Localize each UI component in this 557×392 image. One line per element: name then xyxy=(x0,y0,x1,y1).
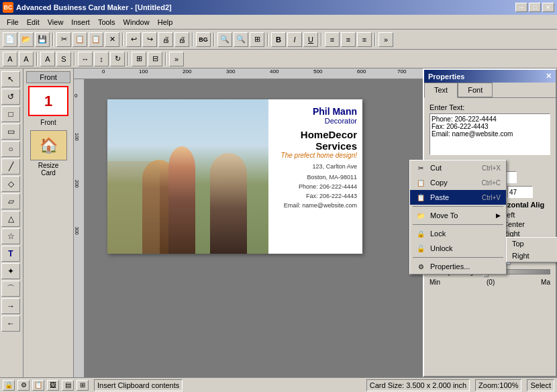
ctx-paste[interactable]: 📋 Paste Ctrl+V xyxy=(410,190,506,205)
rect-tool[interactable]: □ xyxy=(1,106,20,122)
paste-button[interactable]: 📋 xyxy=(89,32,103,47)
more-button[interactable]: » xyxy=(378,32,393,47)
window-controls: ─ □ ✕ xyxy=(515,3,554,12)
star-tool[interactable]: ☆ xyxy=(1,228,20,244)
minimize-button[interactable]: ─ xyxy=(515,3,527,12)
copy-icon: 📋 xyxy=(415,177,426,188)
ctx-separator-1 xyxy=(413,206,503,207)
card-phone: Phone: 206-222-4444 xyxy=(274,183,357,190)
cut-icon: ✂ xyxy=(415,162,426,173)
triangle-tool[interactable]: △ xyxy=(1,211,20,227)
print-button[interactable]: 🖨 xyxy=(158,32,173,47)
menu-help[interactable]: Help xyxy=(154,17,177,28)
align-center[interactable]: ≡ xyxy=(341,32,356,47)
app-title: Advanced Business Card Maker - [Untitled… xyxy=(16,3,172,11)
status-icon-4[interactable]: 🖼 xyxy=(47,380,59,391)
font-size-up[interactable]: A xyxy=(19,52,34,66)
color-button[interactable]: A xyxy=(40,52,55,66)
diamond-tool[interactable]: ◇ xyxy=(1,176,20,192)
max-label: Ma xyxy=(541,279,550,286)
menu-edit[interactable]: Edit xyxy=(23,17,44,28)
enter-text-field[interactable]: Phone: 206-222-4444 Fax: 206-222-4443 Em… xyxy=(429,113,550,155)
print-preview[interactable]: 🖨 xyxy=(174,32,189,47)
card-image xyxy=(107,99,282,254)
bold-button[interactable]: B xyxy=(271,32,286,47)
new-button[interactable]: 📄 xyxy=(3,32,17,47)
ctx-properties[interactable]: ⚙ Properties... xyxy=(410,259,506,274)
front-card-thumb[interactable]: 1 xyxy=(28,86,68,116)
resize-card-thumb[interactable]: 🏠 xyxy=(30,130,67,160)
more-button2[interactable]: » xyxy=(169,52,184,66)
ellipse-tool[interactable]: ○ xyxy=(1,141,20,157)
save-button[interactable]: 💾 xyxy=(35,32,50,47)
rotate-tool[interactable]: ↺ xyxy=(1,89,20,105)
shadow-button[interactable]: S xyxy=(56,52,71,66)
menu-insert[interactable]: Insert xyxy=(67,17,94,28)
card-company: HomeDecor Services xyxy=(274,129,357,152)
flip-v[interactable]: ↕ xyxy=(94,52,109,66)
card-address1: 123, Carlton Ave xyxy=(274,163,357,170)
text-tool[interactable]: T xyxy=(1,246,20,262)
status-icon-5[interactable]: ▤ xyxy=(62,380,74,391)
align-left[interactable]: ≡ xyxy=(325,32,340,47)
copy-button[interactable]: 📋 xyxy=(72,32,87,47)
lock-icon: 🔒 xyxy=(415,228,426,239)
close-button[interactable]: ✕ xyxy=(542,3,554,12)
rounded-rect-tool[interactable]: ▭ xyxy=(1,124,20,140)
ctx-lock[interactable]: 🔒 Lock xyxy=(410,226,506,241)
select-tool[interactable]: ↖ xyxy=(1,71,20,87)
card-text-area: Phil Mann Decorator HomeDecor Services T… xyxy=(268,99,362,254)
card-panel: Front 1 Front 🏠 ResizeCard xyxy=(23,68,74,377)
flip-h[interactable]: ↔ xyxy=(78,52,93,66)
properties-close[interactable]: ✕ xyxy=(546,72,552,81)
toolbar-2: A A A S ↔ ↕ ↻ ⊞ ⊟ » xyxy=(0,50,557,68)
ctx-moveto[interactable]: 📁 Move To ▶ xyxy=(410,208,506,223)
italic-button[interactable]: I xyxy=(287,32,302,47)
status-icon-1[interactable]: 🔒 xyxy=(3,380,15,391)
line-tool[interactable]: ╱ xyxy=(1,158,20,175)
zoom-fit[interactable]: ⊞ xyxy=(250,32,264,47)
card-number: 1 xyxy=(44,93,52,110)
maximize-button[interactable]: □ xyxy=(529,3,541,12)
ctx-cut[interactable]: ✂ Cut Ctrl+X xyxy=(410,160,506,175)
sun-tool[interactable]: ✦ xyxy=(1,263,20,279)
status-icons: 🔒 ⚙ 📋 🖼 ▤ ⊞ xyxy=(3,380,89,391)
zoom-out[interactable]: 🔍 xyxy=(234,32,248,47)
arrow-right-tool[interactable]: → xyxy=(1,298,20,314)
menu-tools[interactable]: Tools xyxy=(94,17,119,28)
ctx-copy[interactable]: 📋 Copy Ctrl+C xyxy=(410,175,506,190)
arrow-left-tool[interactable]: ← xyxy=(1,315,20,332)
undo-button[interactable]: ↩ xyxy=(126,32,141,47)
group-button[interactable]: ⊞ xyxy=(132,52,146,66)
submenu-right[interactable]: Right xyxy=(507,250,557,262)
delete-button[interactable]: ✕ xyxy=(105,32,119,47)
rotate-button[interactable]: ↻ xyxy=(110,52,125,66)
font-size-down[interactable]: A xyxy=(3,52,17,66)
menu-file[interactable]: File xyxy=(3,17,23,28)
status-icon-3[interactable]: 📋 xyxy=(32,380,44,391)
arc-tool[interactable]: ⌒ xyxy=(1,281,20,297)
height-field[interactable] xyxy=(507,186,533,198)
tab-font[interactable]: Font xyxy=(458,83,493,97)
ctx-unlock[interactable]: 🔓 Unlock xyxy=(410,241,506,256)
business-card: Phil Mann Decorator HomeDecor Services T… xyxy=(107,99,362,254)
menu-window[interactable]: Window xyxy=(119,17,154,28)
status-icon-6[interactable]: ⊞ xyxy=(77,380,89,391)
submenu-top[interactable]: Top xyxy=(507,238,557,250)
redo-button[interactable]: ↪ xyxy=(142,32,157,47)
parallelogram-tool[interactable]: ▱ xyxy=(1,193,20,209)
align-right[interactable]: ≡ xyxy=(357,32,372,47)
underline-button[interactable]: U xyxy=(303,32,318,47)
tab-text[interactable]: Text xyxy=(424,83,458,98)
cut-button[interactable]: ✂ xyxy=(56,32,71,47)
card-email: Email: name@website.com xyxy=(274,202,357,209)
ctx-separator-3 xyxy=(413,257,503,258)
menu-view[interactable]: View xyxy=(44,17,68,28)
open-button[interactable]: 📂 xyxy=(19,32,34,47)
status-icon-2[interactable]: ⚙ xyxy=(17,380,30,391)
submenu: Top Right xyxy=(506,237,557,262)
bg-button[interactable]: BG xyxy=(196,32,211,47)
zoom-in[interactable]: 🔍 xyxy=(217,32,232,47)
card-tagline: The prefect home design! xyxy=(274,152,357,159)
ungroup-button[interactable]: ⊟ xyxy=(148,52,162,66)
